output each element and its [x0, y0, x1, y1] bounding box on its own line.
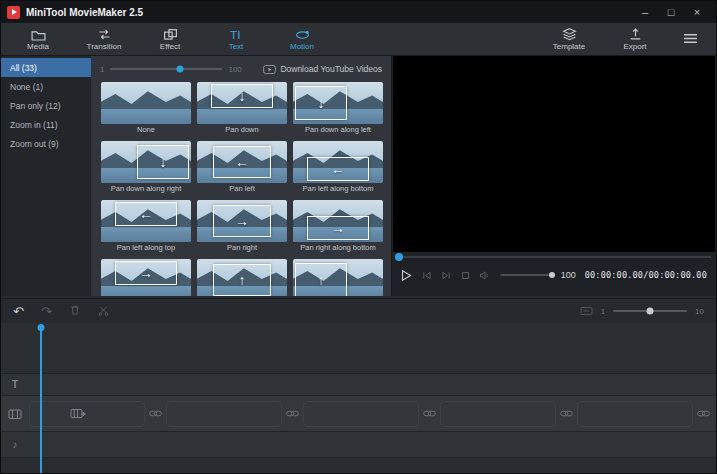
timeline-toolbar: ↶ ↷ 1 10	[1, 298, 716, 323]
transition-link-icon	[560, 409, 573, 418]
effect-label: None	[101, 124, 191, 136]
playhead-handle[interactable]	[38, 324, 45, 331]
volume-slider-handle[interactable]	[549, 272, 555, 278]
timeline: T ♪	[1, 323, 716, 473]
timeline-zoom-controls: 1 10	[580, 306, 704, 316]
toolbar-item-export[interactable]: Export	[602, 23, 668, 55]
motion-effect-item-10[interactable]: ↑	[197, 259, 287, 296]
size-slider-max: 100	[228, 65, 241, 74]
thumbnail-size-slider[interactable]	[110, 68, 222, 70]
motion-effect-item-11[interactable]: ↑	[293, 259, 383, 296]
volume-slider[interactable]	[500, 274, 552, 276]
progress-handle[interactable]	[395, 253, 403, 261]
effect-label: Pan down	[197, 124, 287, 136]
motion-panel: 1 100 Download YouTube Videos None↓Pan d…	[91, 56, 391, 296]
toolbar-item-text[interactable]: TIText	[203, 23, 269, 55]
hamburger-menu-icon	[683, 30, 698, 48]
pan-frame: ↓	[211, 84, 272, 108]
add-clip-icon[interactable]	[70, 407, 86, 420]
pan-arrow-icon: →	[235, 214, 249, 228]
motion-effect-pan-left-along-top[interactable]: ←Pan left along top	[101, 200, 191, 254]
pan-arrow-icon: ←	[139, 207, 153, 221]
effect-label: Pan down along left	[293, 124, 383, 136]
sidebar-item-pan-only-12[interactable]: Pan only (12)	[1, 96, 91, 115]
motion-effect-pan-left-along-bottom[interactable]: ←Pan left along bottom	[293, 141, 383, 195]
split-button[interactable]	[98, 305, 109, 318]
sidebar-item-zoom-in-11[interactable]: Zoom in (11)	[1, 115, 91, 134]
maximize-button[interactable]: □	[658, 1, 684, 23]
effect-label: Pan left	[197, 183, 287, 195]
undo-button[interactable]: ↶	[13, 305, 24, 318]
effect-thumbnail: ↓	[197, 82, 287, 124]
clip-slot[interactable]	[303, 401, 419, 427]
effect-thumbnail: ↑	[293, 259, 383, 296]
minimize-button[interactable]: –	[632, 1, 658, 23]
video-track[interactable]	[1, 395, 716, 431]
export-icon	[628, 27, 643, 41]
clip-slot[interactable]	[577, 401, 693, 427]
previous-frame-button[interactable]	[421, 271, 432, 280]
motion-effect-pan-left[interactable]: ←Pan left	[197, 141, 287, 195]
zoom-max-label: 10	[695, 307, 704, 316]
toolbar-item-template[interactable]: Template	[536, 23, 602, 55]
effect-thumbnail: →	[101, 259, 191, 296]
music-track[interactable]: ♪	[1, 431, 716, 457]
toolbar-item-media[interactable]: Media	[5, 23, 71, 55]
sidebar-item-zoom-out-9[interactable]: Zoom out (9)	[1, 134, 91, 153]
toolbar-item-effect[interactable]: Effect	[137, 23, 203, 55]
toolbar-item-transition[interactable]: Transition	[71, 23, 137, 55]
playback-progress-bar[interactable]	[397, 256, 711, 258]
clip-slot[interactable]	[440, 401, 556, 427]
timeline-ruler-area[interactable]	[1, 323, 716, 373]
video-track-icon	[1, 408, 29, 420]
zoom-slider-handle[interactable]	[647, 308, 654, 315]
pan-arrow-icon: ↑	[239, 273, 246, 287]
redo-button[interactable]: ↷	[41, 305, 52, 318]
motion-effect-pan-down-along-right[interactable]: ↓Pan down along right	[101, 141, 191, 195]
motion-effect-pan-down-along-left[interactable]: ↓Pan down along left	[293, 82, 383, 136]
effect-label: Pan down along right	[101, 183, 191, 195]
close-button[interactable]: ×	[684, 1, 710, 23]
effect-thumbnail: ↓	[293, 82, 383, 124]
effect-label: Pan left along bottom	[293, 183, 383, 195]
effect-thumbnail: ↓	[101, 141, 191, 183]
motion-effect-pan-down[interactable]: ↓Pan down	[197, 82, 287, 136]
clip-slot[interactable]	[29, 401, 145, 427]
toolbar-item-motion[interactable]: Motion	[269, 23, 335, 55]
playhead[interactable]	[40, 324, 42, 473]
video-clip-lane	[29, 396, 716, 431]
text-track[interactable]: T	[1, 373, 716, 395]
sidebar-item-all-33[interactable]: All (33)	[1, 58, 91, 77]
volume-value: 100	[561, 270, 576, 280]
menu-button[interactable]	[668, 23, 712, 55]
slider-handle[interactable]	[176, 66, 183, 73]
clip-slot[interactable]	[166, 401, 282, 427]
download-youtube-link[interactable]: Download YouTube Videos	[263, 64, 382, 74]
volume-icon[interactable]	[479, 271, 491, 280]
timeline-filler	[1, 457, 716, 474]
window-controls: – □ ×	[632, 1, 710, 23]
timeline-zoom-slider[interactable]	[613, 310, 687, 312]
effect-label: Pan right	[197, 242, 287, 254]
effect-thumbnail: →	[293, 200, 383, 242]
pan-frame: ↓	[295, 86, 347, 120]
template-icon	[562, 27, 577, 41]
fit-timeline-icon[interactable]	[580, 306, 593, 316]
scene-water	[197, 109, 287, 124]
effects-grid: None↓Pan down↓Pan down along left↓Pan do…	[101, 82, 383, 296]
effect-thumbnail: →	[197, 200, 287, 242]
motion-effect-pan-right[interactable]: →Pan right	[197, 200, 287, 254]
size-slider-min: 1	[100, 65, 104, 74]
motion-effect-item-9[interactable]: →	[101, 259, 191, 296]
delete-button[interactable]	[69, 304, 81, 318]
pan-arrow-icon: ↓	[318, 96, 325, 110]
pan-frame: →	[213, 205, 271, 237]
motion-effect-none[interactable]: None	[101, 82, 191, 136]
play-button[interactable]	[400, 269, 412, 282]
motion-effect-pan-right-along-bottom[interactable]: →Pan right along bottom	[293, 200, 383, 254]
stop-button[interactable]	[461, 271, 470, 280]
download-youtube-label: Download YouTube Videos	[280, 64, 382, 74]
next-frame-button[interactable]	[441, 271, 452, 280]
transition-link-icon	[149, 409, 162, 418]
sidebar-item-none-1[interactable]: None (1)	[1, 77, 91, 96]
